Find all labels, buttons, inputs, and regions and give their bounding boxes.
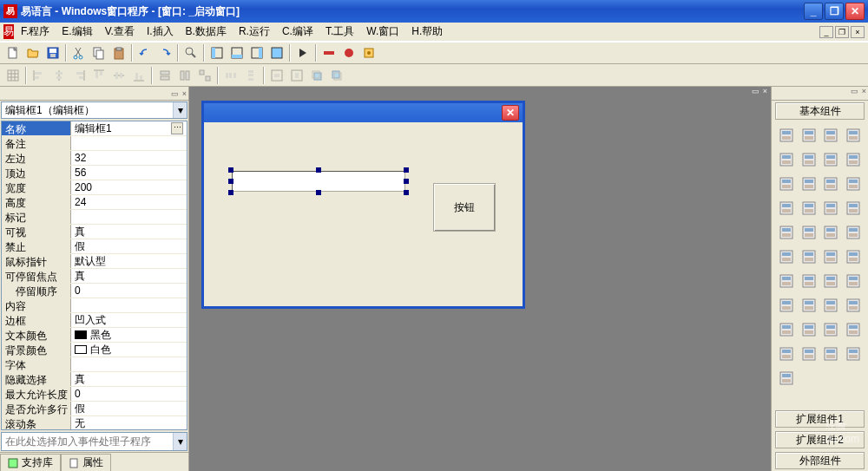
menu-program[interactable]: F.程序 [16, 23, 55, 41]
component-odbc-query[interactable] [798, 342, 820, 366]
component-combobox[interactable] [820, 172, 843, 196]
property-value[interactable]: 编辑框1⋯ [71, 121, 187, 135]
panel-pin-icon[interactable]: ▭ [171, 89, 179, 98]
property-row[interactable]: 鼠标指针默认型 [2, 254, 187, 269]
property-value[interactable]: 24 [71, 195, 187, 209]
property-row[interactable]: 最大允许长度0 [2, 387, 187, 402]
find-icon[interactable] [181, 43, 201, 62]
properties-table[interactable]: 名称编辑框1⋯备注左边32顶边56宽度200高度24标记可视真禁止假鼠标指针默认… [1, 121, 187, 430]
copy-icon[interactable] [89, 43, 108, 62]
property-row[interactable]: 背景颜色白色 [2, 343, 187, 357]
property-value[interactable]: 黑色 [71, 328, 187, 342]
property-row[interactable]: 是否允许多行假 [2, 402, 187, 416]
mdi-restore-button[interactable]: ❐ [835, 26, 849, 38]
ellipsis-button[interactable]: ⋯ [171, 122, 183, 134]
property-value[interactable]: 真 [71, 269, 187, 283]
section-basic-components[interactable]: 基本组件 [775, 102, 865, 120]
component-hline[interactable] [775, 220, 798, 245]
tab-properties[interactable]: 属性 [61, 454, 111, 471]
property-row[interactable]: 标记 [2, 210, 187, 225]
save-icon[interactable] [43, 43, 62, 62]
section-ext1-components[interactable]: 扩展组件1 [775, 410, 865, 428]
stop-icon[interactable] [319, 43, 339, 62]
component-vline[interactable] [798, 220, 820, 245]
section-ext2-components[interactable]: 扩展组件2 [775, 431, 865, 448]
property-row[interactable]: 备注 [2, 136, 187, 151]
property-value[interactable] [71, 210, 187, 224]
design-form[interactable]: ✕ 按钮 [201, 101, 525, 309]
component-odbc[interactable] [775, 366, 798, 390]
property-row[interactable]: 停留顺序0 [2, 284, 187, 298]
property-value[interactable] [71, 357, 187, 371]
event-selector-input[interactable] [2, 433, 173, 450]
component-folder[interactable] [820, 293, 843, 317]
property-row[interactable]: 边框凹入式 [2, 313, 187, 328]
event-selector[interactable]: ▾ [1, 432, 187, 451]
component-statusbar[interactable] [798, 317, 820, 342]
mdi-minimize-button[interactable]: _ [819, 26, 833, 38]
menu-window[interactable]: W.窗口 [361, 23, 404, 41]
handle-nw[interactable] [228, 167, 233, 173]
close-button[interactable]: ✕ [845, 3, 865, 20]
component-pointer[interactable] [775, 123, 798, 147]
paste-icon[interactable] [109, 43, 128, 62]
section-external-components[interactable]: 外部组件 [775, 452, 865, 469]
component-radio[interactable] [798, 172, 820, 196]
component-imagelist[interactable] [842, 196, 865, 220]
component-odbc-proc[interactable] [820, 342, 843, 366]
menu-insert[interactable]: I.插入 [141, 23, 179, 41]
property-row[interactable]: 字体 [2, 357, 187, 372]
property-value[interactable]: 32 [71, 151, 187, 165]
mdi-close-button[interactable]: × [851, 26, 865, 38]
property-value[interactable]: 默认型 [71, 254, 187, 268]
component-dialog[interactable] [798, 269, 820, 293]
open-file-icon[interactable] [23, 43, 43, 62]
property-row[interactable]: 高度24 [2, 195, 187, 210]
property-value[interactable] [71, 136, 187, 150]
grid-icon[interactable] [3, 66, 23, 85]
component-toolbar[interactable] [775, 317, 798, 342]
cut-icon[interactable] [69, 43, 89, 62]
component-groupbox[interactable] [820, 196, 843, 220]
panel-close-icon[interactable]: × [182, 89, 187, 98]
handle-w[interactable] [228, 179, 233, 184]
component-scroll[interactable] [842, 269, 865, 293]
property-value[interactable]: 真 [71, 225, 187, 239]
property-row[interactable]: 顶边56 [2, 166, 187, 180]
layout-right-icon[interactable] [247, 43, 266, 62]
handle-s[interactable] [316, 190, 321, 195]
run-icon[interactable] [293, 43, 312, 62]
component-listbox[interactable] [842, 172, 865, 196]
palette-close-icon[interactable]: × [862, 87, 866, 100]
component-table[interactable] [798, 196, 820, 220]
component-listview[interactable] [842, 317, 865, 342]
property-row[interactable]: 文本颜色黑色 [2, 328, 187, 343]
handle-e[interactable] [404, 179, 409, 184]
property-row[interactable]: 隐藏选择真 [2, 372, 187, 387]
component-tab[interactable] [820, 245, 843, 269]
property-row[interactable]: 宽度200 [2, 180, 187, 195]
new-file-icon[interactable] [3, 43, 23, 62]
design-form-body[interactable]: 按钮 [204, 122, 523, 306]
layout-full-icon[interactable] [267, 43, 286, 62]
handle-sw[interactable] [228, 190, 233, 195]
property-value[interactable]: 无 [71, 416, 187, 430]
component-odbc-db[interactable] [775, 342, 798, 366]
component-timer[interactable] [775, 269, 798, 293]
component-frame[interactable] [842, 245, 865, 269]
component-picture[interactable] [820, 123, 843, 147]
component-updown[interactable] [820, 269, 843, 293]
menu-database[interactable]: B.数据库 [181, 23, 232, 41]
handle-se[interactable] [404, 190, 409, 195]
component-clock[interactable] [775, 293, 798, 317]
component-selector[interactable]: ▾ [1, 101, 187, 119]
component-selector-input[interactable] [2, 102, 173, 118]
property-row[interactable]: 内容 [2, 298, 187, 313]
component-memo[interactable] [798, 147, 820, 172]
component-treeview[interactable] [820, 317, 843, 342]
component-colorpick[interactable] [820, 220, 843, 245]
component-shape[interactable] [842, 123, 865, 147]
menu-edit[interactable]: E.编辑 [56, 23, 97, 41]
property-row[interactable]: 可视真 [2, 225, 187, 239]
property-value[interactable]: 凹入式 [71, 313, 187, 327]
